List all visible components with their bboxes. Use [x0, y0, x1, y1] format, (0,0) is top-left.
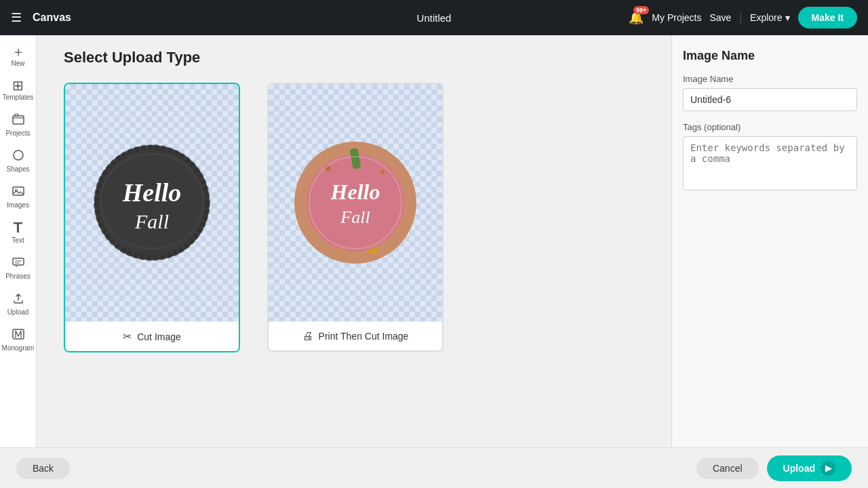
svg-text:Hello: Hello: [122, 178, 182, 207]
svg-rect-1: [15, 114, 18, 116]
print-then-cut-preview: Hello Fall: [269, 84, 442, 321]
svg-rect-0: [13, 116, 24, 124]
svg-text:Fall: Fall: [134, 210, 169, 232]
shapes-icon: [12, 148, 25, 164]
upload-cards-container: Hello Fall ✂ Cut Image: [64, 83, 644, 352]
text-icon: T: [14, 220, 22, 235]
app-logo: Canvas: [33, 12, 71, 24]
upload-arrow-icon: ▶: [821, 461, 835, 476]
document-title: Untitled: [417, 12, 452, 24]
sidebar-label-upload: Upload: [7, 308, 29, 317]
scissors-icon: ✂: [123, 330, 132, 343]
sidebar-label-images: Images: [7, 201, 29, 209]
projects-icon: [12, 113, 25, 128]
image-name-label: Image Name: [683, 74, 857, 84]
upload-icon: [12, 291, 25, 307]
save-link[interactable]: Save: [709, 12, 731, 23]
sidebar-label-templates: Templates: [3, 94, 34, 102]
sidebar-label-monogram: Monogram: [2, 344, 35, 352]
upload-button-label: Upload: [783, 463, 815, 474]
sidebar-item-new[interactable]: ＋ New: [1, 41, 35, 72]
explore-link[interactable]: Explore ▾: [750, 12, 789, 23]
sidebar-label-shapes: Shapes: [7, 165, 30, 174]
sidebar-item-shapes[interactable]: Shapes: [1, 144, 35, 178]
sidebar-item-images[interactable]: Images: [1, 180, 35, 214]
tags-label: Tags (optional): [683, 122, 857, 132]
cut-image-footer: ✂ Cut Image: [65, 321, 239, 351]
back-button[interactable]: Back: [16, 458, 70, 479]
notification-badge: 99+: [633, 6, 649, 14]
bottom-right-actions: Cancel Upload ▶: [696, 455, 852, 481]
right-panel: Image Name Image Name Tags (optional): [671, 35, 868, 447]
content-area: Select Upload Type Hello Fall: [37, 35, 671, 447]
print-then-cut-footer: 🖨 Print Then Cut Image: [269, 321, 442, 350]
cut-image-card[interactable]: Hello Fall ✂ Cut Image: [64, 83, 240, 352]
sidebar-item-text[interactable]: T Text: [1, 216, 35, 249]
topbar-right: 🔔 99+ My Projects Save | Explore ▾ Make …: [629, 7, 857, 28]
bottom-bar: Back Cancel Upload ▶: [0, 447, 868, 488]
printer-icon: 🖨: [302, 330, 313, 342]
cut-image-preview: Hello Fall: [65, 84, 239, 321]
main-layout: ＋ New ⊞ Templates Projects Shapes Images: [0, 35, 868, 447]
cancel-button[interactable]: Cancel: [696, 458, 759, 479]
templates-icon: ⊞: [12, 79, 24, 92]
sidebar-item-projects[interactable]: Projects: [1, 108, 35, 142]
topbar-divider: |: [739, 12, 742, 23]
svg-text:Hello: Hello: [330, 180, 380, 204]
my-projects-link[interactable]: My Projects: [652, 12, 701, 23]
sidebar: ＋ New ⊞ Templates Projects Shapes Images: [0, 35, 37, 447]
print-then-cut-card[interactable]: Hello Fall 🖨 Print Then Cut Image: [267, 83, 443, 352]
topbar: ☰ Canvas Untitled 🔔 99+ My Projects Save…: [0, 0, 868, 35]
sidebar-label-projects: Projects: [5, 129, 30, 138]
chevron-down-icon: ▾: [785, 12, 790, 23]
print-then-cut-graphic: Hello Fall: [288, 135, 423, 270]
print-then-cut-label: Print Then Cut Image: [319, 331, 409, 342]
cut-image-graphic: Hello Fall: [91, 142, 213, 264]
sidebar-label-phrases: Phrases: [5, 272, 31, 281]
sidebar-label-text: Text: [12, 237, 24, 245]
cut-image-label: Cut Image: [137, 331, 181, 342]
menu-icon[interactable]: ☰: [11, 10, 22, 25]
svg-point-24: [326, 166, 331, 171]
images-icon: [12, 184, 25, 200]
svg-rect-6: [13, 329, 24, 339]
sidebar-item-templates[interactable]: ⊞ Templates: [1, 75, 35, 106]
sidebar-item-monogram[interactable]: Monogram: [1, 323, 35, 357]
svg-rect-5: [13, 258, 24, 265]
phrases-icon: [12, 256, 25, 271]
notification-bell-wrap[interactable]: 🔔 99+: [629, 10, 644, 25]
page-title: Select Upload Type: [64, 49, 644, 66]
svg-rect-3: [13, 187, 24, 195]
image-name-input[interactable]: [683, 88, 857, 111]
svg-text:Fall: Fall: [340, 207, 370, 227]
monogram-icon: [12, 327, 25, 343]
tags-input[interactable]: [683, 136, 857, 190]
svg-point-25: [380, 170, 384, 174]
sidebar-item-upload[interactable]: Upload: [1, 287, 35, 321]
new-icon: ＋: [12, 45, 25, 58]
right-panel-title: Image Name: [683, 49, 857, 63]
svg-point-2: [14, 150, 23, 160]
sidebar-item-phrases[interactable]: Phrases: [1, 251, 35, 285]
upload-button[interactable]: Upload ▶: [767, 455, 852, 481]
make-it-button[interactable]: Make It: [798, 7, 857, 28]
sidebar-label-new: New: [11, 60, 24, 68]
